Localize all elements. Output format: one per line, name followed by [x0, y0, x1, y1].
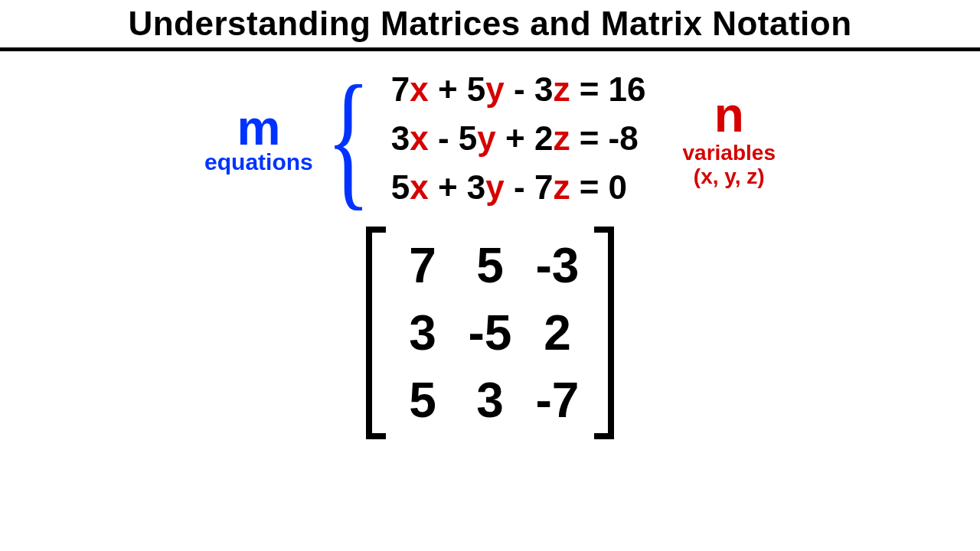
matrix-cell: -5: [467, 305, 513, 361]
matrix-cell: 3: [467, 372, 513, 429]
m-subtitle: equations: [204, 151, 313, 174]
n-variables-label: n variables (x, y, z): [683, 88, 776, 189]
n-subtitle: variables: [683, 142, 776, 165]
n-subtitle-vars: (x, y, z): [683, 165, 776, 189]
matrix-cell: 2: [534, 305, 580, 361]
title-divider: [0, 47, 980, 51]
bracket-left-icon: [366, 227, 386, 439]
matrix-cell: 3: [400, 305, 446, 361]
m-equations-label: m equations: [204, 103, 313, 174]
matrix-cell: 5: [467, 237, 513, 294]
page-title: Understanding Matrices and Matrix Notati…: [0, 0, 980, 43]
equation-row: 7x + 5y - 3z = 16: [391, 65, 646, 114]
equation-list: 7x + 5y - 3z = 16 3x - 5y + 2z = -8 5x +…: [391, 65, 646, 211]
m-letter: m: [204, 103, 313, 152]
bracket-right-icon: [594, 227, 614, 439]
matrix-cell: 5: [400, 372, 446, 429]
coefficient-matrix: 7 5 -3 3 -5 2 5 3 -7: [0, 227, 980, 439]
matrix-grid: 7 5 -3 3 -5 2 5 3 -7: [386, 227, 594, 439]
equation-row: 5x + 3y - 7z = 0: [391, 163, 646, 212]
matrix-cell: 7: [400, 237, 446, 294]
curly-brace-icon: {: [326, 77, 371, 200]
equation-system: m equations { 7x + 5y - 3z = 16 3x - 5y …: [0, 65, 980, 211]
matrix-cell: -3: [534, 237, 580, 294]
n-letter: n: [683, 88, 776, 142]
equation-row: 3x - 5y + 2z = -8: [391, 114, 646, 163]
matrix-cell: -7: [534, 372, 580, 429]
